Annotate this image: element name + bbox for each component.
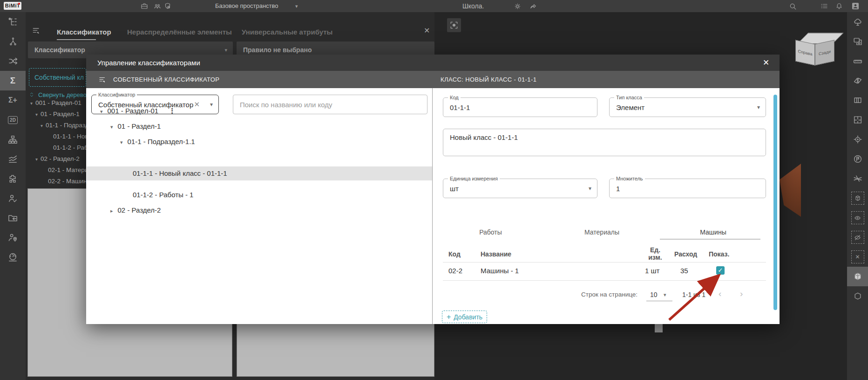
chevron-down-icon[interactable]: ▾ — [757, 104, 760, 111]
plugins-puzzle-icon[interactable] — [0, 169, 26, 188]
col-header-show: Показ. — [709, 250, 729, 258]
gauge-icon[interactable] — [0, 247, 26, 267]
list-menu-icon[interactable] — [819, 1, 829, 11]
clear-selection-icon[interactable]: ✕ — [847, 247, 868, 267]
hide-elements-icon[interactable] — [847, 228, 868, 247]
briefcase-icon[interactable] — [139, 1, 149, 11]
charts-icon[interactable] — [0, 149, 26, 169]
own-classifier-chip[interactable]: Собственный кл — [29, 68, 86, 87]
team-icon[interactable] — [152, 1, 163, 11]
multiplier-field[interactable]: Множитель 1 — [609, 179, 766, 198]
tree-row[interactable]: 01-1-2 - Работы - 1 — [133, 188, 193, 201]
classifier-sigma-icon[interactable]: Σ — [0, 71, 26, 90]
fit-view-icon[interactable] — [447, 18, 461, 32]
cell-unit: 1 шт — [645, 267, 659, 275]
page-next-icon[interactable]: › — [740, 289, 743, 299]
tree-row-selected[interactable]: 01-1-1 - Новый класс - 01-1-1 — [133, 167, 227, 180]
user-check-icon[interactable] — [0, 188, 26, 208]
chevron-down-icon[interactable]: ▾ — [589, 185, 591, 192]
dialog-close-icon[interactable]: ✕ — [761, 58, 771, 68]
section-box-icon[interactable] — [847, 90, 868, 110]
cube-right-face[interactable]: Справа — [795, 40, 815, 66]
panes-divider — [432, 88, 433, 324]
tab-materials[interactable]: Материалы — [546, 227, 658, 237]
caret-down-icon[interactable]: ▾ — [41, 123, 43, 128]
kebab-menu-icon[interactable]: ⋮ — [169, 107, 176, 115]
cube-back-face[interactable]: Сзади — [815, 40, 834, 66]
ruler-icon[interactable] — [847, 51, 868, 71]
shuffle-icon[interactable] — [0, 51, 26, 71]
search-icon[interactable] — [787, 1, 798, 11]
tree-row[interactable]: ▾001 - Раздел-01⋮ — [100, 104, 176, 117]
wire-cube-icon[interactable] — [847, 286, 868, 306]
collapse-tree-link[interactable]: Свернуть дерево — [29, 90, 87, 99]
caret-down-icon[interactable]: ▾ — [110, 124, 113, 130]
classifier-add-icon[interactable]: Σ+ — [0, 90, 26, 110]
folder-transfer-icon[interactable] — [0, 208, 26, 228]
tree-search-field[interactable] — [233, 95, 427, 114]
tree-row-label: 02 - Раздел-2 — [118, 206, 161, 214]
settings-gear-icon[interactable] — [512, 1, 522, 11]
add-resource-button[interactable]: + Добавить — [442, 311, 487, 323]
own-classifier-section-label: СОБСТВЕННЫЙ КЛАССИФИКАТОР — [113, 76, 219, 83]
shield-status-icon[interactable] — [163, 1, 173, 11]
structure-tree-icon[interactable] — [847, 12, 868, 32]
tree-row-label: 01-1 - Подраздел-1.1 — [128, 138, 195, 145]
model-tree-icon[interactable] — [0, 12, 26, 32]
caret-down-icon[interactable]: ▾ — [35, 112, 38, 117]
unit-select[interactable]: Единица измерения шт ▾ — [443, 179, 597, 198]
tab-works[interactable]: Работы — [435, 227, 546, 237]
sitemap-icon[interactable] — [0, 130, 26, 149]
caret-down-icon[interactable]: ▾ — [30, 101, 33, 106]
notifications-bell-icon[interactable] — [834, 1, 844, 11]
axes-cross-icon[interactable] — [847, 169, 868, 188]
flag-marker-icon[interactable] — [847, 149, 868, 169]
clear-icon[interactable]: ✕ — [194, 100, 200, 109]
tree-search-input[interactable] — [233, 95, 427, 114]
page-previous-icon[interactable]: ‹ — [719, 289, 721, 299]
tab-classifier[interactable]: Классификатор — [57, 25, 111, 39]
workspace-selector[interactable]: Базовое пространство — [215, 0, 278, 12]
tab-unallocated-elements[interactable]: Нераспределённые элементы — [127, 25, 232, 39]
locate-target-icon[interactable] — [847, 130, 868, 149]
tree-row[interactable]: ▾01 - Раздел-1 — [110, 120, 161, 133]
cell-consumption: 35 — [680, 267, 688, 275]
tab-machines-active[interactable]: Машины — [658, 227, 769, 237]
flip-plane-icon[interactable] — [847, 71, 868, 90]
class-type-select[interactable]: Тип класса Элемент ▾ — [609, 97, 766, 117]
user-location-icon[interactable] — [0, 228, 26, 247]
ghost-element-icon[interactable] — [847, 188, 868, 208]
panel-close-icon[interactable]: ✕ — [424, 26, 430, 35]
rows-per-page-select[interactable]: 10 — [650, 290, 658, 300]
col-header-consumption: Расход — [674, 250, 697, 258]
show-checkbox-checked[interactable]: ✓ — [716, 266, 725, 275]
selection-layers-icon[interactable] — [847, 32, 868, 51]
right-toolbar: ✕ — [847, 12, 868, 380]
class-name-value: Новый класс - 01-1-1 — [450, 129, 752, 156]
caret-right-icon[interactable]: ▸ — [110, 208, 113, 214]
account-icon[interactable] — [850, 1, 861, 11]
caret-down-icon[interactable]: ▾ — [120, 139, 123, 145]
navigation-cube[interactable]: Справа Сзади — [795, 32, 834, 66]
tree-row[interactable]: ▾01-1 - Подраздел-1.1 — [120, 135, 195, 148]
workspace-caret-icon[interactable]: ▾ — [295, 0, 298, 12]
solid-view-cube-icon[interactable] — [847, 267, 868, 286]
chevron-down-icon[interactable]: ▾ — [210, 101, 213, 108]
panel-filter-icon[interactable] — [32, 26, 41, 37]
vertical-scrollbar[interactable] — [773, 95, 777, 310]
connections-icon[interactable] — [0, 32, 26, 51]
tree-row[interactable]: ▸02 - Раздел-2 — [110, 204, 161, 217]
tree-row[interactable]: ▾001 - Раздел-01 — [30, 98, 90, 108]
tab-universal-attributes[interactable]: Универсальные атрибуты — [242, 25, 332, 39]
caret-down-icon[interactable]: ▾ — [100, 109, 103, 114]
caret-down-icon[interactable]: ▾ — [35, 157, 38, 162]
share-icon[interactable] — [528, 1, 538, 11]
multiplier-field-value: 1 — [616, 179, 752, 198]
plan-2d-icon[interactable]: 2D — [0, 110, 26, 130]
tree-row-label: 01-1-1 - Новый класс - 01-1-1 — [133, 169, 227, 177]
show-elements-icon[interactable] — [847, 208, 868, 228]
class-name-field[interactable]: Новый класс - 01-1-1 — [443, 129, 766, 156]
rows-per-page-caret-icon[interactable]: ▾ — [664, 290, 666, 300]
code-field[interactable]: Код 01-1-1 — [443, 97, 597, 117]
floor-plan-icon[interactable] — [847, 110, 868, 130]
